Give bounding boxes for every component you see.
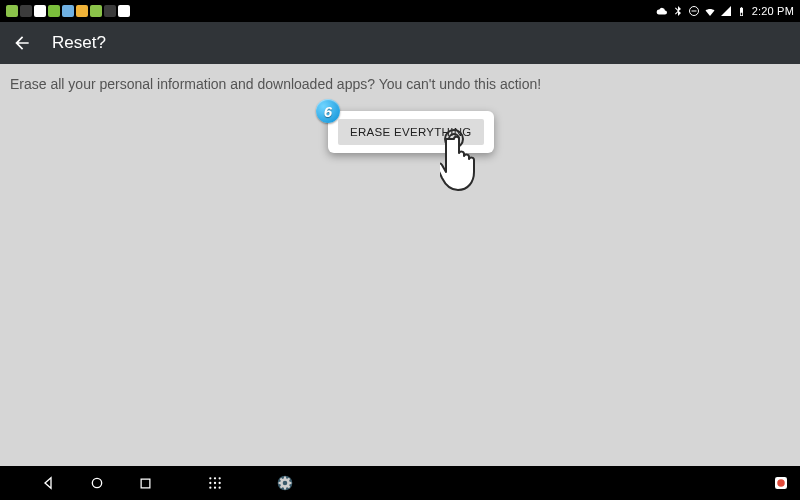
- warning-text: Erase all your personal information and …: [0, 64, 800, 92]
- status-app-icon: [48, 5, 60, 17]
- status-app-icon: [6, 5, 18, 17]
- action-bar: Reset?: [0, 22, 800, 64]
- page-title: Reset?: [52, 33, 106, 53]
- nav-group: [40, 472, 296, 494]
- content-area: Erase all your personal information and …: [0, 64, 800, 466]
- svg-point-11: [219, 482, 221, 484]
- nav-home-button[interactable]: [88, 474, 106, 492]
- status-clock: 2:20 PM: [752, 5, 794, 17]
- bluetooth-icon: [672, 5, 684, 17]
- navigation-bar: [0, 466, 800, 500]
- do-not-disturb-icon: [688, 5, 700, 17]
- status-app-icon: [34, 5, 46, 17]
- svg-point-4: [92, 478, 101, 487]
- status-app-icon: [20, 5, 32, 17]
- back-button[interactable]: [12, 33, 32, 53]
- nav-settings-icon[interactable]: [274, 472, 296, 494]
- cloud-icon: [656, 5, 668, 17]
- erase-button-callout: ERASE EVERYTHING 6: [328, 111, 494, 153]
- svg-point-12: [209, 487, 211, 489]
- svg-point-10: [214, 482, 216, 484]
- svg-point-7: [214, 477, 216, 479]
- svg-point-8: [219, 477, 221, 479]
- battery-icon: [736, 5, 748, 17]
- nav-apps-button[interactable]: [206, 474, 224, 492]
- signal-icon: [720, 5, 732, 17]
- status-app-icon: [62, 5, 74, 17]
- svg-point-13: [214, 487, 216, 489]
- wifi-icon: [704, 5, 716, 17]
- status-app-icon: [104, 5, 116, 17]
- svg-rect-5: [141, 479, 150, 488]
- status-app-icon: [76, 5, 88, 17]
- svg-point-17: [777, 479, 785, 487]
- nav-notification-icon[interactable]: [772, 474, 790, 492]
- nav-back-button[interactable]: [40, 474, 58, 492]
- svg-point-9: [209, 482, 211, 484]
- status-app-icon: [90, 5, 102, 17]
- svg-point-6: [209, 477, 211, 479]
- status-app-icon: [118, 5, 130, 17]
- status-bar: 2:20 PM: [0, 0, 800, 22]
- highlight-frame: ERASE EVERYTHING 6: [328, 111, 494, 153]
- status-bar-right: 2:20 PM: [656, 5, 794, 17]
- status-bar-left: [6, 5, 130, 17]
- svg-point-14: [219, 487, 221, 489]
- erase-everything-button[interactable]: ERASE EVERYTHING: [338, 119, 484, 145]
- step-number: 6: [324, 103, 332, 120]
- svg-rect-1: [691, 11, 696, 12]
- step-badge: 6: [316, 99, 340, 123]
- nav-recent-button[interactable]: [136, 474, 154, 492]
- screen: 2:20 PM Reset? Erase all your personal i…: [0, 0, 800, 500]
